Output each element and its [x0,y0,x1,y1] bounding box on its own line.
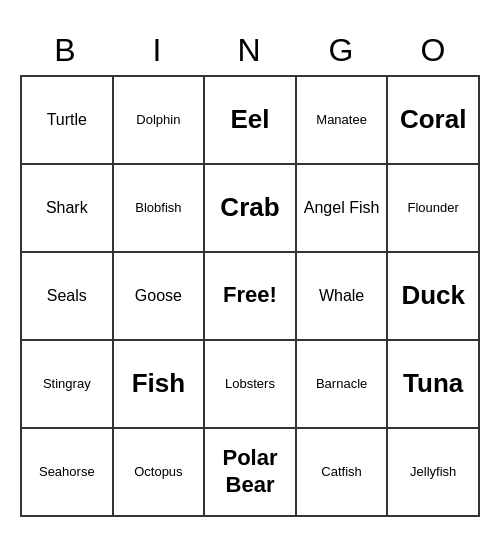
bingo-cell: Free! [205,253,297,341]
bingo-cell: Flounder [388,165,480,253]
bingo-cell: Blobfish [114,165,206,253]
bingo-cell: Lobsters [205,341,297,429]
bingo-cell: Stingray [22,341,114,429]
bingo-cell: Duck [388,253,480,341]
bingo-grid: TurtleDolphinEelManateeCoralSharkBlobfis… [20,75,480,517]
bingo-cell: Barnacle [297,341,389,429]
bingo-cell: Dolphin [114,77,206,165]
bingo-cell: Angel Fish [297,165,389,253]
bingo-cell: Fish [114,341,206,429]
bingo-cell: Seahorse [22,429,114,517]
bingo-cell: Coral [388,77,480,165]
bingo-cell: Eel [205,77,297,165]
bingo-card: BINGO TurtleDolphinEelManateeCoralSharkB… [20,28,480,517]
header-letter: G [296,28,388,75]
bingo-cell: Crab [205,165,297,253]
bingo-cell: Turtle [22,77,114,165]
bingo-cell: Polar Bear [205,429,297,517]
bingo-cell: Goose [114,253,206,341]
bingo-cell: Octopus [114,429,206,517]
bingo-cell: Catfish [297,429,389,517]
header-letter: N [204,28,296,75]
bingo-cell: Tuna [388,341,480,429]
header-letter: O [388,28,480,75]
bingo-cell: Seals [22,253,114,341]
header-letter: I [112,28,204,75]
bingo-cell: Shark [22,165,114,253]
bingo-cell: Manatee [297,77,389,165]
bingo-header: BINGO [20,28,480,75]
bingo-cell: Jellyfish [388,429,480,517]
header-letter: B [20,28,112,75]
bingo-cell: Whale [297,253,389,341]
